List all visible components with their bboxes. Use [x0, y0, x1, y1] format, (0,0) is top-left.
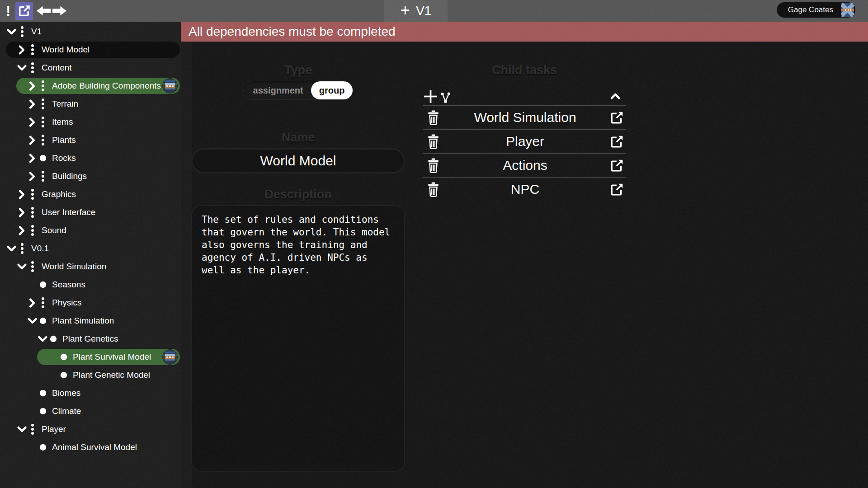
- description-textarea[interactable]: The set of rules and conditions that gov…: [191, 205, 405, 472]
- tree-item-label: User Interface: [42, 207, 95, 217]
- tree-item[interactable]: World Simulation: [0, 258, 181, 276]
- add-tab-button[interactable]: +: [401, 2, 410, 19]
- drag-handle[interactable]: [39, 297, 47, 309]
- drag-handle[interactable]: [60, 371, 68, 379]
- drag-dots-icon: [31, 62, 34, 74]
- expand-chevron-icon[interactable]: [15, 43, 28, 56]
- drag-handle[interactable]: [18, 243, 26, 254]
- expand-chevron-icon[interactable]: [15, 224, 28, 237]
- tree-item[interactable]: Graphics: [0, 185, 181, 203]
- open-child-task-button[interactable]: [610, 135, 624, 149]
- drag-handle[interactable]: [28, 261, 37, 272]
- expand-chevron-icon[interactable]: [36, 332, 49, 346]
- drag-handle[interactable]: [39, 170, 47, 182]
- tree-item[interactable]: Plants: [0, 131, 181, 149]
- forward-arrow-button[interactable]: [52, 5, 67, 16]
- open-child-task-button[interactable]: [610, 183, 624, 197]
- expand-chevron-icon[interactable]: [25, 133, 39, 147]
- expand-chevron-icon[interactable]: [25, 151, 39, 165]
- tree-item[interactable]: Rocks: [0, 149, 181, 167]
- alert-icon[interactable]: !: [6, 4, 10, 18]
- tree-item[interactable]: V0.1: [0, 239, 181, 258]
- drag-handle[interactable]: [39, 80, 47, 92]
- tree-item[interactable]: World Model: [0, 41, 181, 59]
- drag-handle[interactable]: [39, 444, 47, 451]
- expand-chevron-icon[interactable]: [15, 206, 28, 219]
- tree-item[interactable]: Plant Genetic Model: [0, 366, 181, 384]
- tree-item[interactable]: Player: [0, 420, 181, 438]
- task-bullet-icon: [39, 317, 47, 324]
- back-arrow-button[interactable]: [36, 5, 51, 16]
- tree-item[interactable]: Biomes: [0, 384, 181, 402]
- child-task-row[interactable]: NPC: [423, 177, 626, 201]
- trash-icon: [426, 158, 440, 174]
- type-option-group[interactable]: group: [311, 81, 353, 99]
- drag-handle[interactable]: [39, 408, 47, 415]
- collapse-panel-button[interactable]: [609, 90, 622, 103]
- drag-handle[interactable]: [39, 281, 47, 288]
- delete-child-task-button[interactable]: [426, 158, 440, 174]
- tree-item[interactable]: Terrain: [0, 95, 181, 113]
- task-bullet-icon: [39, 389, 47, 397]
- tree-item[interactable]: Physics: [0, 294, 181, 312]
- expand-chevron-icon[interactable]: [15, 260, 28, 273]
- tree-item[interactable]: Content: [0, 59, 181, 77]
- tree-item[interactable]: Plant Survival Model: [0, 348, 181, 366]
- add-child-task-button[interactable]: [423, 89, 439, 104]
- expand-chevron-icon[interactable]: [25, 97, 39, 111]
- tree-item[interactable]: Plant Simulation: [0, 312, 181, 330]
- drag-handle[interactable]: [39, 98, 47, 110]
- tree-item[interactable]: Buildings: [0, 167, 181, 185]
- drag-handle[interactable]: [28, 62, 37, 74]
- tree-item[interactable]: Sound: [0, 221, 181, 239]
- tree-item[interactable]: Plant Genetics: [0, 330, 181, 348]
- open-child-task-button[interactable]: [610, 111, 624, 125]
- drag-handle[interactable]: [28, 225, 37, 236]
- drag-handle[interactable]: [49, 335, 57, 343]
- expand-chevron-icon[interactable]: [5, 242, 18, 255]
- add-dependency-button[interactable]: [440, 92, 452, 104]
- tree-item[interactable]: User Interface: [0, 203, 181, 221]
- drag-handle[interactable]: [39, 317, 47, 324]
- tree-item[interactable]: Adobe Building Components: [0, 77, 181, 95]
- drag-handle[interactable]: [18, 26, 26, 38]
- child-task-row[interactable]: World Simulation: [423, 105, 626, 129]
- drag-handle[interactable]: [28, 206, 37, 218]
- name-input[interactable]: [191, 148, 405, 174]
- delete-child-task-button[interactable]: [426, 182, 440, 197]
- tree-item[interactable]: Climate: [0, 402, 181, 420]
- expand-chevron-icon[interactable]: [25, 79, 39, 93]
- child-task-row[interactable]: Player: [423, 129, 626, 153]
- delete-child-task-button[interactable]: [426, 134, 440, 150]
- expand-chevron-icon[interactable]: [5, 25, 18, 38]
- drag-handle[interactable]: [39, 389, 47, 397]
- tree-item[interactable]: V1: [0, 23, 181, 41]
- drag-handle[interactable]: [28, 423, 37, 435]
- trash-icon: [426, 110, 440, 126]
- drag-handle[interactable]: [28, 44, 37, 56]
- tab-v1[interactable]: + V1: [384, 0, 448, 22]
- expand-chevron-icon[interactable]: [15, 61, 28, 75]
- expand-chevron-icon[interactable]: [25, 115, 39, 129]
- tree-item[interactable]: Items: [0, 113, 181, 131]
- tree-item[interactable]: Animal Survival Model: [0, 438, 181, 456]
- tree-item-label: Plant Genetics: [62, 334, 118, 344]
- user-account-button[interactable]: Gage Coates: [777, 2, 855, 18]
- child-task-row[interactable]: Actions: [423, 153, 626, 177]
- expand-chevron-icon[interactable]: [25, 169, 39, 183]
- open-external-button[interactable]: [15, 2, 33, 20]
- drag-handle[interactable]: [60, 353, 68, 361]
- type-option-assignment[interactable]: assignment: [244, 85, 311, 96]
- expand-chevron-icon[interactable]: [15, 422, 28, 436]
- expand-chevron-icon[interactable]: [15, 188, 28, 201]
- expand-chevron-icon[interactable]: [25, 314, 39, 328]
- tree-item[interactable]: Seasons: [0, 276, 181, 294]
- drag-handle[interactable]: [39, 134, 47, 146]
- expand-chevron-icon[interactable]: [25, 296, 39, 310]
- drag-handle[interactable]: [39, 116, 47, 128]
- drag-handle[interactable]: [28, 188, 37, 200]
- task-bullet-icon: [39, 281, 47, 288]
- delete-child-task-button[interactable]: [426, 110, 440, 126]
- open-child-task-button[interactable]: [610, 159, 624, 173]
- drag-handle[interactable]: [39, 155, 47, 162]
